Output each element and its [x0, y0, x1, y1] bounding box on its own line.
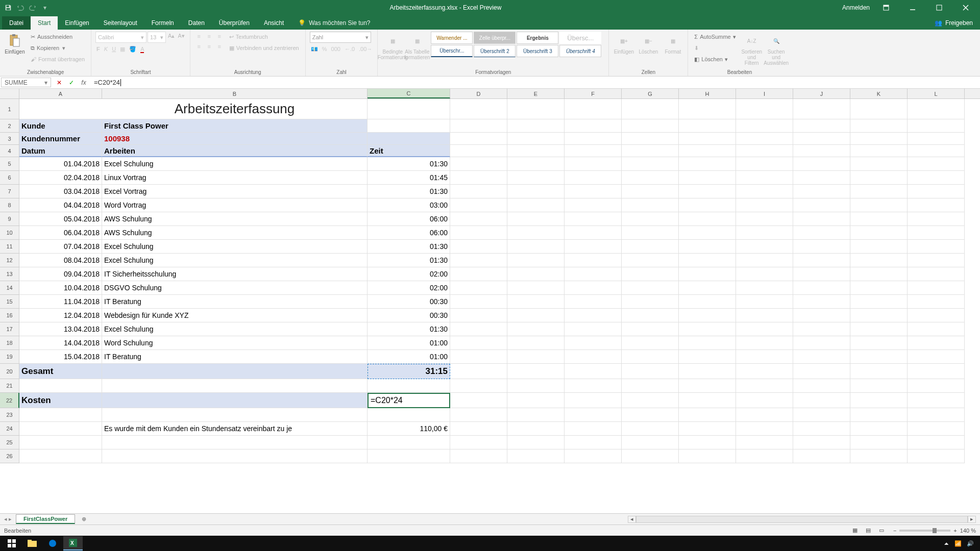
cell[interactable] [507, 449, 565, 463]
cell[interactable] [850, 322, 908, 336]
cell[interactable] [450, 119, 507, 133]
cell[interactable] [850, 226, 908, 240]
cell[interactable] [736, 281, 793, 295]
cell[interactable] [507, 379, 565, 393]
cell[interactable] [793, 309, 850, 322]
minimize-button[interactable] [902, 0, 923, 15]
style-h4[interactable]: Überschrift 4 [559, 45, 601, 57]
cell[interactable] [622, 99, 679, 119]
zoom-in-icon[interactable]: + [953, 528, 957, 534]
cell[interactable] [908, 254, 965, 267]
cell[interactable] [850, 336, 908, 350]
cell[interactable] [507, 145, 565, 157]
cell[interactable] [679, 336, 736, 350]
cell[interactable] [736, 171, 793, 185]
cell[interactable] [850, 212, 908, 226]
cell[interactable] [793, 350, 850, 364]
cell[interactable] [850, 254, 908, 267]
cell[interactable] [622, 226, 679, 240]
view-pagelayout-icon[interactable]: ▤ [863, 527, 874, 535]
cell[interactable] [565, 364, 622, 379]
cell[interactable] [507, 295, 565, 309]
cell[interactable] [450, 350, 507, 364]
cell[interactable] [622, 281, 679, 295]
cell[interactable] [450, 198, 507, 212]
row-header[interactable]: 20 [0, 364, 19, 379]
cell[interactable] [908, 295, 965, 309]
cell[interactable] [450, 393, 507, 408]
cell[interactable] [736, 254, 793, 267]
cell[interactable] [793, 436, 850, 449]
cell[interactable] [565, 309, 622, 322]
cell[interactable] [565, 267, 622, 281]
cell[interactable] [908, 198, 965, 212]
cell[interactable]: Excel Schulung [102, 254, 368, 267]
cell[interactable] [908, 240, 965, 254]
cell[interactable]: 02:00 [368, 281, 450, 295]
cell[interactable]: Excel Schulung [102, 322, 368, 336]
cell-styles-gallery[interactable]: Warnender ... Zelle überpr... Ergebnis Ü… [431, 32, 604, 57]
cell[interactable] [736, 449, 793, 463]
cell[interactable] [368, 436, 450, 449]
ribbon-display-icon[interactable] [876, 0, 896, 15]
decrease-font-icon[interactable]: A▾ [177, 32, 185, 43]
cell[interactable] [793, 145, 850, 157]
delete-cells-button[interactable]: ▦−Löschen [638, 32, 659, 57]
cell[interactable]: 01:45 [368, 171, 450, 185]
cell[interactable] [507, 133, 565, 145]
cell[interactable] [736, 350, 793, 364]
row-header[interactable]: 5 [0, 157, 19, 171]
cell[interactable]: Excel Vortrag [102, 185, 368, 198]
copy-button[interactable]: ⧉Kopieren▾ [29, 43, 87, 53]
cell[interactable]: 08.04.2018 [19, 254, 102, 267]
cell[interactable] [622, 119, 679, 133]
cell[interactable]: 00:30 [368, 309, 450, 322]
cell[interactable] [679, 198, 736, 212]
col-K[interactable]: K [850, 89, 908, 98]
cell[interactable] [793, 171, 850, 185]
cell[interactable] [368, 379, 450, 393]
cell[interactable] [565, 226, 622, 240]
row-header[interactable]: 10 [0, 226, 19, 240]
cell[interactable] [679, 157, 736, 171]
cell[interactable] [679, 99, 736, 119]
cell[interactable]: 01:30 [368, 185, 450, 198]
cell[interactable] [565, 145, 622, 157]
cell[interactable] [850, 145, 908, 157]
cell[interactable] [793, 226, 850, 240]
view-pagebreak-icon[interactable]: ▭ [876, 527, 887, 535]
cell[interactable] [368, 133, 450, 145]
cell[interactable] [565, 422, 622, 436]
excel-taskbar-icon[interactable]: X [63, 536, 83, 550]
cell[interactable]: Excel Schulung [102, 157, 368, 171]
cell[interactable] [793, 295, 850, 309]
cell[interactable] [507, 336, 565, 350]
cell[interactable] [622, 322, 679, 336]
redo-icon[interactable] [29, 4, 37, 12]
wrap-text-button[interactable]: ↩Textumbruch [227, 32, 301, 42]
cell[interactable] [507, 212, 565, 226]
cell[interactable] [850, 436, 908, 449]
cell[interactable] [622, 133, 679, 145]
cell[interactable] [908, 267, 965, 281]
add-sheet-button[interactable]: ⊕ [78, 515, 89, 524]
row-header[interactable]: 8 [0, 198, 19, 212]
cell[interactable] [450, 309, 507, 322]
row-header[interactable]: 17 [0, 322, 19, 336]
cell[interactable] [622, 309, 679, 322]
conditional-formatting-button[interactable]: ▦Bedingte Formatierung [382, 32, 403, 62]
cell[interactable] [622, 408, 679, 422]
col-D[interactable]: D [450, 89, 507, 98]
cell[interactable]: 01:30 [368, 322, 450, 336]
cell[interactable] [908, 449, 965, 463]
cell[interactable] [736, 198, 793, 212]
cell[interactable] [679, 449, 736, 463]
col-C[interactable]: C [368, 89, 450, 98]
cell[interactable] [736, 408, 793, 422]
volume-icon[interactable]: 🔊 [967, 540, 974, 547]
cell[interactable] [736, 119, 793, 133]
cell[interactable] [622, 350, 679, 364]
sheet-nav[interactable]: ◂ ▸ [0, 516, 16, 522]
undo-icon[interactable] [16, 4, 24, 12]
cell[interactable] [507, 185, 565, 198]
